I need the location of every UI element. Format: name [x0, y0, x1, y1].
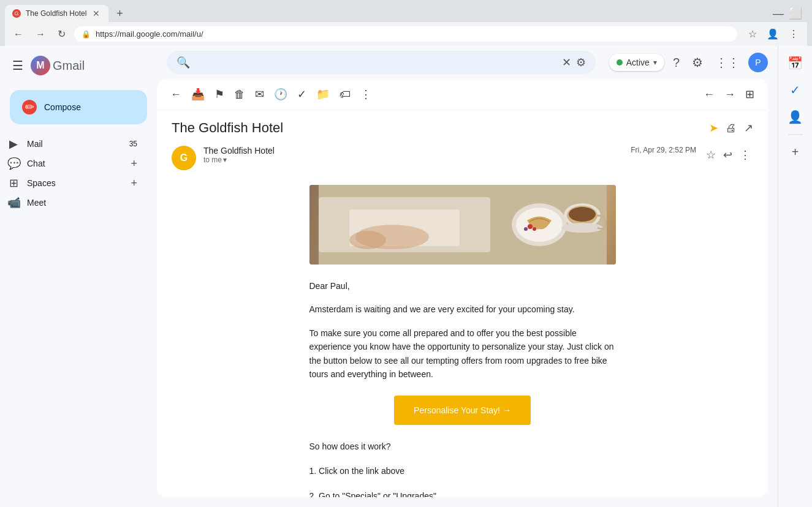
svg-point-5 — [528, 224, 533, 229]
step-2: 2. Go to "Specials" or "Upgrades" — [309, 489, 616, 497]
lock-icon: 🔒 — [82, 30, 91, 39]
right-panel-add-button[interactable]: + — [783, 140, 808, 164]
open-external-button[interactable]: ↗ — [744, 121, 753, 135]
how-it-works-section: So how does it work? — [309, 440, 616, 453]
move-to-button[interactable]: 📁 — [313, 84, 333, 105]
sender-avatar-letter: G — [180, 152, 188, 163]
active-status-chevron: ▾ — [653, 58, 657, 67]
chat-add-icon[interactable]: + — [131, 157, 137, 170]
sidebar-item-meet[interactable]: 📹 Meet — [0, 193, 147, 212]
clear-search-button[interactable]: ✕ — [562, 56, 571, 69]
forward-button[interactable]: → — [32, 26, 49, 42]
step-1: 1. Click on the link above — [309, 464, 616, 479]
email-subject: The Goldfish Hotel — [172, 120, 702, 136]
snooze-button[interactable]: 🕐 — [270, 84, 291, 105]
email-area: ← 📥 ⚑ 🗑 ✉ 🕐 ✓ 📁 🏷 ⋮ ← → ⊞ — [157, 79, 768, 497]
tab-bar: G The Goldfish Hotel ✕ + — ⬜ — [5, 5, 807, 22]
svg-point-6 — [533, 227, 536, 231]
dropdown-chevron-icon[interactable]: ▾ — [223, 156, 227, 164]
email-subject-row: The Goldfish Hotel ➤ 🖨 ↗ — [172, 120, 753, 136]
delete-button[interactable]: 🗑 — [230, 85, 249, 105]
search-bar[interactable]: 🔍 ✕ ⚙ — [167, 51, 596, 74]
new-tab-button[interactable]: + — [111, 5, 128, 22]
email-body-paragraph-1: Amsterdam is waiting and we are very exc… — [309, 302, 616, 316]
compose-label: Compose — [44, 102, 81, 112]
hamburger-menu-button[interactable]: ☰ — [10, 56, 26, 75]
main-content: 🔍 ✕ ⚙ Active ▾ ? ⚙ ⋮⋮ P ← — [157, 46, 778, 507]
reply-button[interactable]: ↩ — [721, 146, 735, 164]
active-status-dot — [617, 59, 623, 66]
apps-button[interactable]: ⋮⋮ — [711, 51, 743, 73]
url-text: https://mail.google.com/mail/u/ — [96, 29, 730, 39]
more-email-actions-button[interactable]: ⋮ — [737, 146, 753, 164]
svg-point-7 — [524, 227, 528, 231]
address-bar[interactable]: 🔒 https://mail.google.com/mail/u/ — [74, 26, 737, 42]
tab-title: The Goldfish Hotel — [26, 9, 86, 18]
steps-list: 1. Click on the link above 2. Go to "Spe… — [309, 464, 616, 497]
google-tasks-panel-button[interactable]: ✓ — [783, 78, 808, 102]
gmail-logo: M Gmail — [31, 56, 85, 75]
svg-point-10 — [569, 207, 596, 222]
archive-button[interactable]: 📥 — [188, 84, 208, 105]
browser-chrome: G The Goldfish Hotel ✕ + — ⬜ ← → ↻ 🔒 htt… — [0, 0, 812, 46]
browser-menu-button[interactable]: ⋮ — [785, 26, 802, 42]
mail-icon: ▶ — [7, 137, 20, 151]
email-greeting: Dear Paul, — [309, 279, 616, 293]
browser-tab[interactable]: G The Goldfish Hotel ✕ — [5, 5, 108, 22]
sender-name: The Goldfish Hotel — [203, 146, 623, 156]
add-task-button[interactable]: ✓ — [294, 84, 310, 105]
email-body-paragraph-2: To make sure you come all prepared and t… — [309, 326, 616, 381]
spaces-add-icon[interactable]: + — [131, 177, 137, 190]
labels-button[interactable]: 🏷 — [336, 85, 354, 105]
sender-info: The Goldfish Hotel to me ▾ — [203, 146, 623, 164]
user-avatar[interactable]: P — [748, 53, 768, 72]
browser-minimize-button[interactable]: — — [773, 7, 784, 20]
prev-email-button[interactable]: ← — [700, 85, 718, 105]
google-calendar-panel-button[interactable]: 📅 — [783, 51, 808, 75]
email-content: The Goldfish Hotel ➤ 🖨 ↗ G The Goldfish … — [157, 110, 768, 497]
back-to-inbox-button[interactable]: ← — [167, 85, 185, 105]
sidebar-chat-label: Chat — [27, 159, 123, 168]
help-button[interactable]: ? — [669, 52, 683, 73]
timestamp-text: Fri, Apr 29, 2:52 PM — [631, 146, 696, 154]
more-options-button[interactable]: ⋮ — [357, 84, 375, 105]
spaces-icon: ⊞ — [7, 176, 20, 190]
gmail-logo-text: Gmail — [53, 59, 85, 73]
personalize-button[interactable]: Personalise Your Stay! → — [394, 396, 531, 425]
browser-maximize-button[interactable]: ⬜ — [789, 7, 802, 20]
profile-button[interactable]: 👤 — [763, 26, 783, 42]
sidebar-mail-label: Mail — [27, 139, 122, 149]
hotel-image — [309, 185, 616, 265]
sidebar-item-chat[interactable]: 💬 Chat + — [0, 154, 147, 173]
split-view-button[interactable]: ⊞ — [742, 84, 758, 105]
email-body: Dear Paul, Amsterdam is waiting and we a… — [309, 180, 616, 497]
compose-button[interactable]: ✏ Compose — [10, 90, 147, 124]
sidebar-item-spaces[interactable]: ⊞ Spaces + — [0, 173, 147, 193]
mail-badge: 35 — [129, 140, 137, 148]
to-label: to me — [203, 156, 222, 164]
report-spam-button[interactable]: ⚑ — [211, 84, 228, 105]
sidebar-meet-label: Meet — [27, 198, 137, 208]
next-email-button[interactable]: → — [721, 85, 739, 105]
personalize-button-label: Personalise Your Stay! → — [414, 405, 511, 415]
active-status-badge[interactable]: Active ▾ — [609, 54, 664, 71]
mark-unread-button[interactable]: ✉ — [251, 84, 268, 105]
tab-close-button[interactable]: ✕ — [91, 9, 101, 18]
print-button[interactable]: 🖨 — [726, 122, 737, 135]
forward-tag-icon: ➤ — [709, 121, 718, 135]
reload-button[interactable]: ↻ — [54, 26, 69, 42]
back-button[interactable]: ← — [10, 26, 27, 42]
how-it-works-heading: So how does it work? — [309, 441, 391, 451]
email-header: G The Goldfish Hotel to me ▾ Fri, Apr 29… — [172, 146, 753, 170]
hotel-image-svg — [309, 185, 616, 265]
search-options-button[interactable]: ⚙ — [576, 56, 586, 69]
email-timestamp: Fri, Apr 29, 2:52 PM — [631, 146, 696, 154]
google-contacts-panel-button[interactable]: 👤 — [783, 105, 808, 129]
settings-button[interactable]: ⚙ — [688, 51, 707, 73]
sender-to: to me ▾ — [203, 156, 623, 164]
sidebar-item-mail[interactable]: ▶ Mail 35 — [0, 134, 147, 154]
svg-point-13 — [349, 231, 386, 249]
address-bar-row: ← → ↻ 🔒 https://mail.google.com/mail/u/ … — [5, 22, 807, 46]
star-button[interactable]: ☆ — [704, 146, 718, 164]
bookmark-button[interactable]: ☆ — [745, 26, 761, 42]
